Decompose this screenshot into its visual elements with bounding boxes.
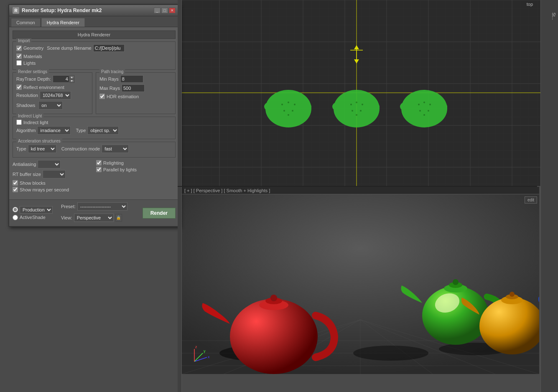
tab-hydra-renderer[interactable]: Hydra Renderer [41, 18, 85, 27]
activeshade-label: ActiveShade [20, 215, 46, 220]
reflect-env-label: Reflect environment [23, 85, 64, 90]
accel-type-select[interactable]: kd tree [28, 145, 56, 153]
perspective-viewport[interactable]: x y z edit [182, 194, 539, 374]
render-setup-dialog: R Render Setup: Hydra Render mk2 _ □ ✕ C… [8, 4, 180, 227]
show-mrays-row: Show mrays per second [13, 187, 92, 192]
acceleration-group: Acceleration structures Type kd tree Con… [13, 142, 176, 158]
minimize-button[interactable]: _ [154, 8, 161, 13]
rt-buffer-row: RT buffer size [13, 170, 92, 178]
acceleration-label: Acceleration structures [16, 139, 62, 143]
dialog-title: R Render Setup: Hydra Render mk2 [13, 7, 102, 14]
svg-point-113 [417, 91, 432, 97]
shadows-select[interactable]: on off [38, 101, 63, 109]
svg-point-95 [288, 102, 289, 103]
scene-dump-input[interactable] [93, 44, 125, 52]
svg-text:z: z [195, 345, 197, 349]
activeshade-option[interactable]: ActiveShade [13, 215, 53, 220]
raytrace-depth-label: RayTrace Depth: [16, 76, 51, 81]
production-select[interactable]: Production [20, 206, 53, 214]
geometry-checkbox[interactable] [16, 46, 22, 51]
svg-point-103 [349, 91, 364, 97]
algorithm-label: Algorithm [16, 128, 36, 133]
max-rays-row: Max Rays [99, 84, 172, 92]
render-settings-group: Render settings RayTrace Depth: ▲ ▼ Refl… [13, 72, 92, 114]
dialog-title-text: Render Setup: Hydra Render mk2 [22, 8, 102, 13]
hdr-estimation-label: HDR estimation [107, 94, 139, 99]
right-panel-label: St... [551, 13, 556, 20]
dialog-controls[interactable]: _ □ ✕ [154, 8, 176, 13]
viewport-label: [ + ] [ Perspective ] [ Smooth + Highlig… [184, 188, 270, 193]
raytrace-up-btn[interactable]: ▲ [69, 75, 74, 79]
view-label: View: [61, 215, 72, 220]
tab-common[interactable]: Common [11, 18, 41, 27]
svg-point-142 [453, 279, 459, 285]
antialiasing-col: Antialiasing RT buffer size Show blocks [13, 160, 92, 193]
section-header: Hydra Renderer [13, 31, 176, 39]
relighting-label: Relighting [103, 160, 124, 165]
close-button[interactable]: ✕ [169, 8, 176, 13]
show-blocks-row: Show blocks [13, 180, 92, 186]
render-button[interactable]: Render [143, 208, 176, 219]
svg-point-115 [423, 102, 425, 103]
parallel-lights-row: Parallel by lights [96, 167, 176, 172]
show-mrays-checkbox[interactable] [13, 187, 18, 192]
svg-point-96 [294, 104, 296, 105]
production-option[interactable]: Production [13, 206, 53, 214]
svg-point-93 [281, 91, 296, 97]
right-checkboxes-col: Relighting Parallel by lights [96, 160, 176, 193]
svg-point-101 [332, 102, 347, 112]
indirect-light-label: Indirect Light [16, 114, 43, 118]
preset-select[interactable]: -------------------- [77, 202, 127, 211]
relighting-checkbox[interactable] [96, 160, 102, 165]
view-select[interactable]: Perspective [74, 214, 114, 222]
dialog-titlebar[interactable]: R Render Setup: Hydra Render mk2 _ □ ✕ [9, 5, 179, 16]
min-rays-input[interactable] [120, 75, 143, 83]
show-blocks-checkbox[interactable] [13, 180, 18, 186]
raytrace-spinner-btns[interactable]: ▲ ▼ [69, 75, 74, 83]
path-tracing-group: Path tracing Min Rays Max Rays HDR estim… [96, 72, 176, 114]
raytrace-down-btn[interactable]: ▼ [69, 79, 74, 83]
perspective-edit-btn[interactable]: edit [525, 196, 537, 204]
raytrace-depth-input[interactable] [53, 75, 69, 83]
activeshade-radio[interactable] [13, 215, 18, 220]
construction-select[interactable]: fast [102, 145, 129, 153]
materials-checkbox[interactable] [16, 53, 22, 59]
lights-checkbox[interactable] [16, 60, 22, 66]
indirect-light-checkbox[interactable] [16, 120, 22, 125]
construction-label: Construction mode [61, 146, 100, 151]
svg-text:y: y [204, 349, 206, 353]
reflect-env-checkbox[interactable] [16, 84, 22, 90]
geometry-label: Geometry [23, 46, 43, 51]
parallel-lights-checkbox[interactable] [96, 167, 102, 172]
view-pick-button[interactable]: 🔒 [115, 214, 122, 221]
path-tracing-label: Path tracing [99, 69, 125, 74]
materials-row: Materials [16, 53, 172, 59]
maximize-button[interactable]: □ [161, 8, 168, 13]
top-viewport[interactable]: St... top [178, 0, 558, 186]
min-rays-row: Min Rays [99, 75, 172, 83]
antialiasing-select[interactable] [38, 160, 61, 168]
max-rays-input[interactable] [122, 84, 145, 92]
svg-point-104 [350, 104, 352, 105]
algorithm-select[interactable]: irradiance [37, 126, 71, 135]
svg-point-137 [270, 295, 277, 301]
svg-point-105 [356, 102, 357, 103]
render-path-section: Render settings RayTrace Depth: ▲ ▼ Refl… [13, 72, 176, 117]
svg-point-106 [362, 104, 363, 105]
rt-buffer-select[interactable] [43, 170, 66, 178]
type-select[interactable]: object sp. [87, 126, 119, 135]
algorithm-row: Algorithm irradiance Type object sp. [16, 126, 172, 135]
min-rays-label: Min Rays [99, 76, 119, 81]
dialog-tabs: Common Hydra Renderer [9, 16, 179, 27]
svg-point-119 [423, 114, 425, 116]
viewport-separator [178, 186, 537, 187]
raytrace-spinner[interactable]: ▲ ▼ [53, 75, 74, 83]
production-radio[interactable] [13, 207, 18, 212]
render-settings-label: Render settings [16, 69, 49, 74]
max-rays-label: Max Rays [99, 86, 120, 91]
hdr-estimation-checkbox[interactable] [99, 94, 105, 99]
svg-point-97 [283, 110, 285, 112]
svg-point-114 [418, 104, 420, 105]
antialiasing-row: Antialiasing [13, 160, 92, 168]
resolution-select[interactable]: 1024x768 1920x1080 [40, 91, 71, 99]
